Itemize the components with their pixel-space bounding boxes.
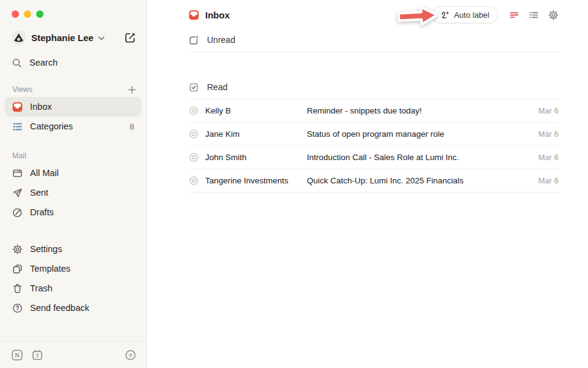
minimize-window-button[interactable] (24, 10, 31, 18)
sidebar-item-label: Inbox (30, 102, 51, 112)
sidebar-item-label: Categories (30, 121, 73, 131)
unread-section-label: Unread (207, 35, 235, 45)
chevron-down-icon (98, 36, 105, 40)
mail-label: Mail (12, 151, 26, 160)
list-view-icon[interactable] (529, 10, 539, 20)
help-icon[interactable]: ? (125, 350, 136, 361)
account-switcher[interactable]: Stephanie Lee (12, 30, 136, 45)
search-label: Search (29, 58, 58, 67)
add-view-icon[interactable] (127, 85, 137, 94)
read-checkbox-icon (189, 82, 199, 93)
sidebar-item-templates[interactable]: Templates (5, 259, 141, 278)
auto-label-button-label: Auto label (454, 10, 489, 20)
close-window-button[interactable] (12, 10, 19, 18)
read-indicator-icon (189, 129, 199, 139)
search-icon (12, 58, 22, 68)
email-row[interactable]: John Smith Introduction Call - Sales Rol… (189, 146, 559, 169)
email-subject: Reminder - snippets due today! (307, 106, 538, 115)
drafts-icon (12, 207, 23, 218)
email-date: Mar 6 (538, 129, 559, 139)
filter-icon[interactable] (509, 10, 519, 20)
calendar-icon[interactable]: 7 (32, 350, 43, 361)
sidebar-item-categories[interactable]: Categories 8 (5, 117, 141, 136)
read-section-header[interactable]: Read (189, 79, 559, 96)
templates-icon (12, 264, 23, 274)
svg-text:7: 7 (36, 353, 39, 359)
sidebar-item-label: Send feedback (30, 303, 89, 313)
email-subject: Introduction Call - Sales Role at Lumi I… (307, 153, 538, 162)
sidebar-item-settings[interactable]: Settings (5, 239, 141, 259)
window-controls (0, 0, 146, 18)
search-button[interactable]: Search (0, 53, 146, 72)
read-section-label: Read (207, 82, 227, 92)
read-indicator-icon (189, 152, 199, 163)
sidebar-item-send-feedback[interactable]: Send feedback (5, 298, 141, 318)
email-sender: John Smith (205, 153, 307, 162)
email-list: Unread Read Kelly B Reminder - snippets … (147, 31, 588, 193)
all-mail-icon (12, 168, 23, 178)
section-divider (189, 52, 559, 52)
sidebar-item-label: All Mail (30, 168, 59, 178)
email-date: Mar 6 (538, 153, 559, 162)
profile-name: Stephanie Lee (31, 33, 94, 43)
email-sender: Jane Kim (205, 129, 307, 139)
sidebar-item-label: Templates (30, 264, 70, 274)
notion-logo-icon[interactable]: N (12, 350, 23, 361)
read-indicator-icon (189, 105, 199, 116)
email-subject: Status of open program manager role (307, 129, 538, 139)
email-date: Mar 6 (538, 176, 559, 185)
categories-count-badge: 8 (129, 122, 134, 131)
sidebar-item-trash[interactable]: Trash (5, 278, 141, 298)
main-panel: Inbox Auto label (147, 0, 588, 368)
sidebar-item-inbox[interactable]: Inbox (5, 97, 141, 117)
auto-label-button[interactable]: Auto label (432, 6, 498, 23)
main-header: Inbox Auto label (147, 0, 588, 23)
inbox-icon (189, 10, 199, 20)
trash-icon (12, 283, 23, 294)
views-section-header: Views (0, 82, 146, 97)
email-date: Mar 6 (538, 106, 559, 115)
sidebar-item-label: Settings (30, 244, 62, 254)
avatar (12, 31, 26, 45)
email-row[interactable]: Jane Kim Status of open program manager … (189, 123, 559, 146)
gear-icon (12, 244, 23, 255)
read-indicator-icon (189, 175, 199, 186)
svg-text:N: N (15, 351, 20, 359)
email-sender: Tangerine Investments (205, 176, 307, 185)
sidebar-item-label: Drafts (30, 207, 54, 217)
sidebar: Stephanie Lee Search Views Inbox (0, 0, 147, 368)
email-subject: Quick Catch-Up: Lumi Inc. 2025 Financial… (307, 176, 538, 185)
unread-icon (189, 35, 199, 45)
categories-icon (12, 121, 23, 132)
email-row[interactable]: Tangerine Investments Quick Catch-Up: Lu… (189, 169, 559, 193)
sidebar-item-all-mail[interactable]: All Mail (5, 163, 141, 183)
question-circle-icon (12, 303, 23, 313)
auto-label-sparkle-icon (440, 10, 450, 20)
email-sender: Kelly B (205, 106, 307, 115)
unread-section-header[interactable]: Unread (189, 31, 559, 48)
sidebar-item-sent[interactable]: Sent (5, 183, 141, 202)
settings-gear-icon[interactable] (548, 10, 559, 20)
sidebar-footer: N 7 ? (0, 341, 146, 368)
views-label: Views (12, 85, 32, 94)
sidebar-item-label: Trash (30, 283, 53, 293)
svg-text:?: ? (129, 351, 132, 358)
mail-section-header: Mail (0, 148, 146, 163)
email-row[interactable]: Kelly B Reminder - snippets due today! M… (189, 99, 559, 123)
zoom-window-button[interactable] (36, 10, 43, 18)
sent-icon (12, 188, 23, 198)
inbox-icon (12, 102, 23, 112)
page-title: Inbox (205, 10, 230, 20)
compose-icon[interactable] (124, 32, 136, 44)
sidebar-item-drafts[interactable]: Drafts (5, 202, 141, 222)
sidebar-item-label: Sent (30, 188, 48, 197)
